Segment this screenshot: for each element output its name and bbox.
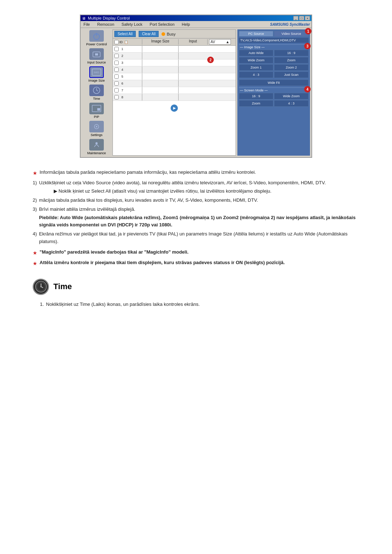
window-controls: _ □ × [293,16,310,20]
row-checkbox[interactable] [114,88,119,93]
row-img-size [142,94,178,100]
menu-help[interactable]: Help [180,22,192,27]
row-checkbox[interactable] [114,47,119,51]
image-size-label: Image Size [88,79,105,82]
row-img-size [142,53,178,59]
select-all-button[interactable]: Select All [114,31,136,37]
menu-remocon[interactable]: Remocon [96,22,116,27]
row-img-size [142,66,178,73]
screen-mode-section: 4 — Screen Mode — 16 : 9 Wide Zoom Zoom … [239,87,309,107]
row-id: 4 [119,68,125,71]
busy-dot [162,32,165,36]
row-input [178,46,207,52]
star-item-2: ★ "MagicInfo" paredzētā ievade darbojas … [33,249,359,257]
source-tabs: PC Source Video Source [239,31,309,37]
numbered-list: 1) Uzklikšķiniet uz ceļa Video Source (v… [33,179,359,245]
bold-sub-text-3: Piebilde: Auto Wide (automātiskais plate… [39,215,356,228]
row-id: 8 [119,95,125,99]
menu-file[interactable]: File [82,22,91,27]
pip-label: PIP [94,115,99,119]
toolbar: Select All Clear All Busy [113,30,236,38]
sidebar-item-settings[interactable]: Settings [83,120,110,138]
screen-zoom-button[interactable]: Zoom [239,100,273,107]
row-checks: 8 [113,94,142,100]
sidebar-item-power-control[interactable]: Power Control [83,29,110,47]
list-num-2: 2) [33,197,37,204]
row-input [178,53,207,59]
input-dropdown[interactable]: AV ▲ [209,39,231,45]
row-checkbox[interactable] [114,54,119,58]
wide-fit-button[interactable]: Wide Fit [239,79,309,86]
ratio-4-3-button[interactable]: 4 : 3 [239,71,273,78]
minimize-button[interactable]: _ [293,16,298,20]
sidebar-item-image-size[interactable]: IMG Image Size [83,66,110,83]
clear-all-button[interactable]: Clear All [139,31,159,37]
sidebar-item-pip[interactable]: PIP [83,102,110,119]
row-input [178,59,207,66]
list-item-1: 1) Uzklikšķiniet uz ceļa Video Source (v… [33,179,359,195]
row-img-size [142,46,178,52]
row-input [178,73,207,80]
row-checkbox[interactable] [114,74,119,79]
svg-rect-10 [97,108,100,111]
input-source-icon [89,48,104,60]
time-section: Time [33,279,359,295]
pip-icon [89,103,104,114]
app-body: Power Control Input Source IMG Image Siz… [81,28,311,157]
col-image-size-header: Image Size [142,39,178,45]
video-source-tab[interactable]: Video Source [274,31,309,37]
row-input [178,66,207,73]
screen-ratio-16-9-button[interactable]: 16 : 9 [239,93,273,99]
row-img-size [142,87,178,94]
maintenance-label: Maintenance [87,151,106,155]
list-subtext-1: Noklik ķiniet uz Select All (atlasīt vis… [58,188,271,194]
close-button[interactable]: × [305,16,310,20]
table-header: ID 📋 Image Size Input AV ▲ [113,38,236,46]
apply-button[interactable]: ▶ [171,104,178,112]
auto-wide-button[interactable]: Auto Wide [239,50,273,56]
zoom2-button[interactable]: Zoom 2 [274,64,309,71]
list-sub-1: ▶ Noklik ķiniet uz Select All (atlasīt v… [54,188,326,195]
zoom-button[interactable]: Zoom [274,57,309,63]
star-text-1: Informācijas tabula parāda nepieciešamo … [40,169,256,176]
svg-line-8 [97,90,98,91]
sidebar-item-maintenance[interactable]: Maintenance [83,138,110,156]
zoom1-button[interactable]: Zoom 1 [239,64,273,71]
input-value: AV [211,40,215,44]
app-window: 🖥 Multiple Display Control _ □ × File Re… [80,15,312,158]
time-list: 1. Noklikšķiniet uz Time (Laiks) ikonas,… [33,301,359,308]
row-checkbox[interactable] [114,67,119,72]
pc-source-tab[interactable]: PC Source [239,31,273,37]
power-control-label: Power Control [86,42,107,46]
wide-zoom-button[interactable]: Wide Zoom [239,57,273,63]
sidebar-item-input-source[interactable]: Input Source [83,48,110,65]
menu-bar: File Remocon Safety Lock Port Selection … [81,21,311,28]
screen-4-3-button[interactable]: 4 : 3 [274,100,309,107]
row-checkbox[interactable] [114,95,119,99]
row-id: 7 [119,89,125,92]
title-bar: 🖥 Multiple Display Control _ □ × [81,15,311,21]
row-id: 5 [119,75,125,78]
screen-wide-zoom-button[interactable]: Wide Zoom [274,93,309,99]
maximize-button[interactable]: □ [299,16,304,20]
sidebar-item-time[interactable]: Time [83,84,110,101]
menu-port-selection[interactable]: Port Selection [148,22,176,27]
row-id: 2 [119,54,125,58]
row-checks: 5 [113,73,142,80]
row-checks: 6 [113,80,142,87]
ratio-16-9-button[interactable]: 16 : 9 [274,50,309,56]
samsung-logo: SAMSUNG SyncMaster [270,22,310,26]
list-item-2: 2) mācijas tabula parāda tikai tos displ… [33,197,359,204]
star-icon-3: ★ [33,259,37,267]
header-checkbox-1[interactable] [114,40,119,44]
row-checkbox[interactable] [114,61,119,65]
time-clock-icon [33,279,49,295]
menu-safety-lock[interactable]: Safety Lock [120,22,144,27]
svg-rect-3 [95,53,98,56]
table-row: 1 [113,46,236,53]
left-sidebar: Power Control Input Source IMG Image Siz… [82,29,111,156]
row-checkbox[interactable] [114,81,119,86]
time-label: Time [93,97,100,100]
just-scan-button[interactable]: Just Scan [274,71,309,78]
list-content-3: Brīvi mainiet attēla izmērus izvēlētajā … [39,206,359,229]
